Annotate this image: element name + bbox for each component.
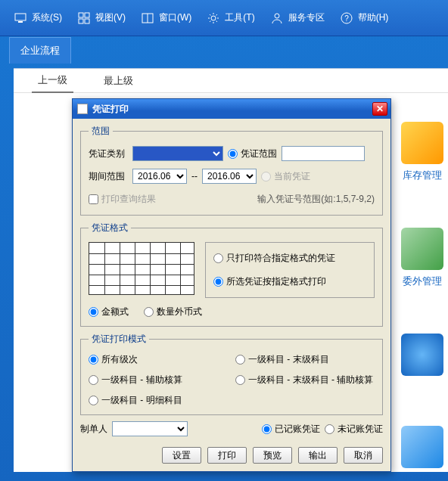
fmt-match-label: 只打印符合指定格式的凭证 bbox=[226, 252, 335, 265]
menu-label: 工具(T) bbox=[225, 11, 254, 24]
svg-rect-5 bbox=[85, 19, 89, 23]
dialog-icon bbox=[77, 104, 88, 114]
tile-inventory[interactable]: 库存管理 bbox=[400, 122, 445, 182]
tab-row: 企业流程 bbox=[0, 36, 448, 64]
fmt-match-radio-input[interactable] bbox=[213, 253, 223, 263]
svg-rect-2 bbox=[79, 13, 83, 17]
scope-legend: 范围 bbox=[89, 125, 113, 138]
svg-rect-3 bbox=[85, 13, 89, 17]
voucher-range-radio-input[interactable] bbox=[228, 149, 238, 159]
format-fieldset: 凭证格式 只打印符合指定格式的凭证 所选凭证按指定格式打印 bbox=[80, 222, 383, 327]
format-options: 只打印符合指定格式的凭证 所选凭证按指定格式打印 bbox=[205, 242, 375, 298]
svg-point-8 bbox=[211, 16, 216, 20]
tile-label: 库存管理 bbox=[400, 169, 445, 182]
dialog-title: 凭证打印 bbox=[92, 103, 129, 116]
menu-label: 视图(V) bbox=[95, 11, 126, 24]
tile-network[interactable] bbox=[400, 334, 445, 380]
menu-tools[interactable]: 工具(T) bbox=[199, 7, 262, 29]
menu-label: 服务专区 bbox=[288, 11, 325, 24]
fmt-match-radio[interactable]: 只打印符合指定格式的凭证 bbox=[213, 252, 366, 265]
mode-fieldset: 凭证打印模式 所有级次 一级科目 - 末级科目 一级科目 - 辅助核算 一级科目… bbox=[80, 333, 383, 415]
fmt-force-radio-input[interactable] bbox=[213, 277, 223, 287]
date-to-select[interactable]: 2016.06 bbox=[202, 169, 257, 184]
export-button[interactable]: 输出 bbox=[298, 447, 338, 464]
print-query-checkbox-input[interactable] bbox=[89, 194, 98, 204]
current-voucher-radio-input bbox=[261, 172, 271, 182]
grid-icon bbox=[77, 11, 91, 25]
mode-l1-last-radio[interactable]: 一级科目 - 末级科目 bbox=[235, 353, 375, 366]
posted-radio[interactable]: 已记账凭证 bbox=[262, 423, 320, 436]
help-icon: ? bbox=[340, 11, 353, 25]
dialog-body: 范围 凭证类别 凭证范围 期间范围 2016.06 -- 2016.06 bbox=[73, 119, 390, 471]
crumb-top[interactable]: 最上级 bbox=[98, 70, 139, 92]
tile-label: 业应用平台 bbox=[400, 473, 445, 481]
menu-system[interactable]: 系统(S) bbox=[6, 7, 70, 29]
menu-view[interactable]: 视图(V) bbox=[70, 7, 133, 29]
style-amount-radio[interactable]: 金额式 bbox=[89, 306, 129, 318]
tile-icon bbox=[401, 426, 443, 468]
date-dash: -- bbox=[191, 171, 198, 182]
mode-l1-aux-radio[interactable]: 一级科目 - 辅助核算 bbox=[89, 374, 228, 386]
gear-icon bbox=[207, 11, 220, 25]
preview-button[interactable]: 预览 bbox=[253, 447, 292, 464]
menu-help[interactable]: ? 帮助(H) bbox=[332, 7, 397, 29]
style-amount-radio-input[interactable] bbox=[89, 307, 98, 317]
range-hint: 输入凭证号范围(如:1,5,7-9,2) bbox=[257, 193, 375, 206]
voucher-range-radio-label: 凭证范围 bbox=[241, 147, 277, 160]
svg-point-9 bbox=[275, 14, 279, 18]
dialog-titlebar[interactable]: 凭证打印 ✕ bbox=[73, 99, 390, 119]
person-icon bbox=[270, 11, 284, 25]
cancel-button[interactable]: 取消 bbox=[344, 447, 383, 464]
mode-l1-last-aux-radio[interactable]: 一级科目 - 末级科目 - 辅助核算 bbox=[235, 374, 375, 386]
menu-label: 窗口(W) bbox=[159, 11, 191, 24]
menu-service[interactable]: 服务专区 bbox=[263, 7, 332, 29]
window-icon bbox=[141, 11, 154, 25]
tile-icon bbox=[401, 334, 443, 376]
mode-legend: 凭证打印模式 bbox=[89, 333, 149, 346]
tab-enterprise-flow[interactable]: 企业流程 bbox=[9, 37, 71, 64]
monitor-icon bbox=[14, 11, 27, 25]
style-amount-label: 金额式 bbox=[101, 306, 129, 318]
style-qtyfx-radio-input[interactable] bbox=[144, 307, 154, 317]
voucher-range-input[interactable] bbox=[282, 146, 365, 161]
settings-button[interactable]: 设置 bbox=[162, 447, 201, 464]
svg-rect-0 bbox=[15, 14, 26, 20]
menubar: 系统(S) 视图(V) 窗口(W) 工具(T) 服务专区 ? 帮助(H) bbox=[0, 0, 448, 36]
fmt-force-label: 所选凭证按指定格式打印 bbox=[226, 275, 326, 288]
preparer-select[interactable] bbox=[112, 421, 188, 436]
app-tiles: 库存管理 委外管理 业应用平台 bbox=[400, 122, 448, 481]
menu-label: 系统(S) bbox=[32, 11, 62, 24]
voucher-type-select[interactable] bbox=[132, 146, 223, 161]
breadcrumb: 上一级 最上级 bbox=[14, 69, 448, 93]
current-voucher-radio: 当前凭证 bbox=[261, 170, 310, 183]
mode-all-radio[interactable]: 所有级次 bbox=[89, 353, 228, 366]
menu-label: 帮助(H) bbox=[358, 11, 389, 24]
current-voucher-radio-label: 当前凭证 bbox=[274, 170, 310, 183]
voucher-range-radio[interactable]: 凭证范围 bbox=[228, 147, 277, 160]
print-query-checkbox[interactable]: 打印查询结果 bbox=[89, 193, 156, 206]
svg-text:?: ? bbox=[344, 14, 349, 23]
style-qtyfx-radio[interactable]: 数量外币式 bbox=[144, 306, 202, 318]
preparer-label: 制单人 bbox=[80, 423, 107, 436]
fmt-force-radio[interactable]: 所选凭证按指定格式打印 bbox=[213, 275, 366, 288]
button-bar: 设置 打印 预览 输出 取消 bbox=[80, 444, 383, 464]
close-icon: ✕ bbox=[376, 104, 384, 114]
tile-icon bbox=[401, 228, 443, 270]
menu-window[interactable]: 窗口(W) bbox=[133, 7, 199, 29]
tile-platform[interactable]: 业应用平台 bbox=[400, 426, 445, 481]
svg-rect-1 bbox=[18, 21, 23, 23]
style-qtyfx-label: 数量外币式 bbox=[157, 306, 202, 318]
tile-outsource[interactable]: 委外管理 bbox=[400, 228, 445, 288]
scope-fieldset: 范围 凭证类别 凭证范围 期间范围 2016.06 -- 2016.06 bbox=[80, 125, 383, 216]
tile-label: 委外管理 bbox=[400, 275, 445, 288]
format-preview bbox=[89, 242, 194, 295]
print-button[interactable]: 打印 bbox=[207, 447, 247, 464]
unposted-radio[interactable]: 未记账凭证 bbox=[325, 423, 383, 436]
mode-l1-detail-radio[interactable]: 一级科目 - 明细科目 bbox=[89, 394, 228, 407]
period-label: 期间范围 bbox=[89, 170, 128, 183]
voucher-type-label: 凭证类别 bbox=[89, 147, 128, 160]
format-legend: 凭证格式 bbox=[89, 222, 131, 234]
date-from-select[interactable]: 2016.06 bbox=[132, 169, 187, 184]
crumb-prev[interactable]: 上一级 bbox=[32, 69, 73, 93]
close-button[interactable]: ✕ bbox=[372, 102, 387, 116]
